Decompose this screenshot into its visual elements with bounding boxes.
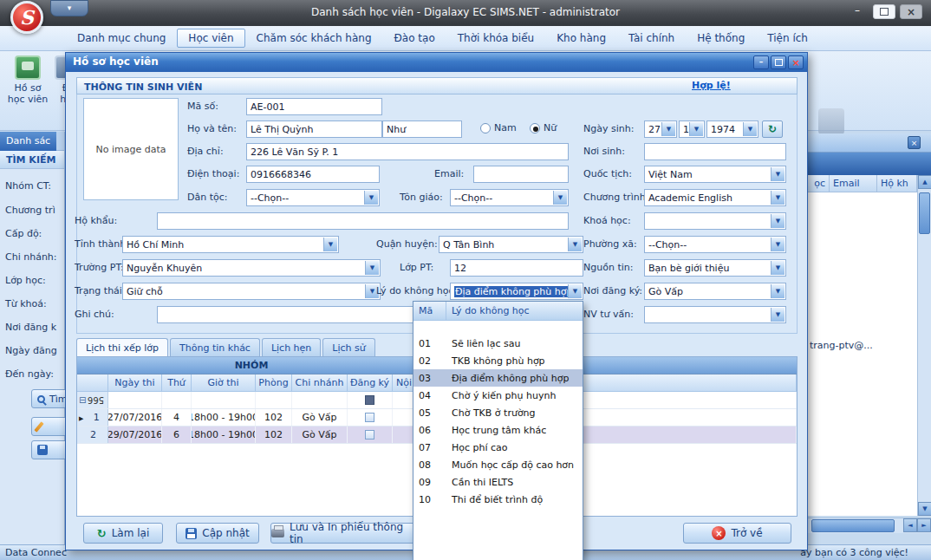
col-header-chi-nhanh[interactable]: Chi nhánh <box>292 374 348 392</box>
radio-nu-dot[interactable] <box>530 123 540 133</box>
window-minimize-button[interactable] <box>846 4 869 19</box>
chevron-down-icon[interactable] <box>689 122 703 136</box>
window-close-button[interactable] <box>900 4 922 19</box>
field-ten[interactable]: Như <box>382 120 462 138</box>
chevron-down-icon[interactable] <box>661 122 675 136</box>
menu-he-thong[interactable]: Hệ thống <box>686 29 756 48</box>
update-button[interactable]: Cập nhật <box>176 523 259 544</box>
radio-nam-dot[interactable] <box>480 123 491 133</box>
field-nguon-tin[interactable]: Bạn bè giới thiệu <box>644 259 786 277</box>
chevron-down-icon[interactable] <box>365 261 379 275</box>
field-dan-toc[interactable]: --Chọn-- <box>246 189 380 206</box>
col-header-ngay-thi[interactable]: Ngày thi <box>108 374 162 392</box>
col-header-email[interactable]: Email <box>830 175 877 192</box>
col-header-phong[interactable]: Phòng <box>256 374 292 392</box>
dropdown-item-02[interactable]: 02TKB không phù hợp <box>413 352 583 369</box>
field-phuong-xa[interactable]: --Chọn-- <box>644 236 786 253</box>
chevron-down-icon[interactable] <box>771 284 785 298</box>
valid-link[interactable]: Hợp lệ! <box>692 80 731 91</box>
field-ma-so[interactable]: AE-001 <box>246 98 382 115</box>
group-checkbox[interactable] <box>365 395 374 405</box>
dropdown-item-10[interactable]: 10Thi để biết trình độ <box>413 491 583 508</box>
menu-kho-hang[interactable]: Kho hàng <box>545 29 617 48</box>
quick-access-dropdown-icon[interactable] <box>50 0 88 16</box>
vertical-scroll-thumb[interactable] <box>919 192 930 234</box>
col-header-ho-khau[interactable]: Hộ kh <box>877 175 917 192</box>
dropdown-item-03-selected[interactable]: 03Địa điểm không phù hợp <box>413 369 583 387</box>
field-birth-month[interactable]: 1 <box>679 120 705 138</box>
field-noi-sinh[interactable] <box>644 143 786 160</box>
field-trang-thai[interactable]: Giữ chỗ <box>122 283 381 300</box>
tab-thong-tin-khac[interactable]: Thông tin khác <box>170 338 260 356</box>
toolbar-student-profile-button[interactable]: Hồ sơ học viên <box>5 55 50 105</box>
collapse-icon[interactable] <box>79 394 86 406</box>
radio-nu[interactable]: Nữ <box>530 122 557 133</box>
col-header-thu[interactable]: Thứ <box>162 374 192 392</box>
dialog-maximize-button[interactable] <box>771 55 786 69</box>
chevron-down-icon[interactable] <box>323 238 337 251</box>
menu-thoi-khoa-bieu[interactable]: Thời khóa biểu <box>446 29 545 48</box>
field-chuong-trinh[interactable]: Academic English <box>644 189 786 206</box>
field-ho-khau[interactable] <box>157 212 569 230</box>
scroll-up-icon[interactable] <box>918 175 931 189</box>
col-header-dang-ky[interactable]: Đăng ký <box>348 374 393 392</box>
scroll-down-icon[interactable] <box>918 502 931 516</box>
window-maximize-button[interactable] <box>873 4 895 19</box>
field-khoa-hoc[interactable] <box>644 212 786 230</box>
menu-dao-tao[interactable]: Đào tạo <box>383 29 446 48</box>
chevron-down-icon[interactable] <box>771 167 785 181</box>
app-logo[interactable]: S <box>10 1 43 34</box>
row-checkbox[interactable] <box>365 430 374 440</box>
dropdown-item-09[interactable]: 09Cần thi IELTS <box>413 473 583 491</box>
dialog-close-button[interactable] <box>788 55 804 69</box>
field-quan-huyen[interactable]: Q Tân Bình <box>439 236 583 253</box>
field-tinh-thanh[interactable]: Hồ Chí Minh <box>122 236 339 253</box>
dropdown-item-04[interactable]: 04Chờ ý kiến phụ huynh <box>413 387 583 404</box>
back-button[interactable]: Trở về <box>683 523 791 544</box>
dialog-minimize-button[interactable] <box>753 55 769 69</box>
menu-danh-muc-chung[interactable]: Danh mục chung <box>66 29 177 48</box>
chevron-down-icon[interactable] <box>771 238 785 251</box>
field-ho-ten[interactable]: Lê Thị Quỳnh <box>246 120 382 138</box>
chevron-down-icon[interactable] <box>771 308 785 322</box>
radio-nam[interactable]: Nam <box>480 122 517 133</box>
chevron-down-icon[interactable] <box>553 191 567 205</box>
field-dia-chi[interactable]: 226 Lê Văn Sỹ P. 1 <box>246 143 569 160</box>
field-quoc-tich[interactable]: Việt Nam <box>644 166 786 183</box>
reset-button[interactable]: Làm lại <box>83 523 163 544</box>
field-email[interactable] <box>473 166 569 183</box>
dropdown-item-01[interactable]: 01Sẽ liên lạc sau <box>413 335 583 352</box>
list-window-close-button[interactable] <box>908 136 921 149</box>
dropdown-item-06[interactable]: 06Học trung tâm khác <box>413 421 583 439</box>
dropdown-item-08[interactable]: 08Muốn học cấp độ cao hơn <box>413 456 583 473</box>
row-checkbox[interactable] <box>365 413 374 422</box>
dialog-titlebar[interactable]: Hồ sơ học viên <box>66 53 807 72</box>
menu-cham-soc-khach-hang[interactable]: Chăm sóc khách hàng <box>245 29 383 48</box>
field-birth-day[interactable]: 27 <box>644 120 677 138</box>
chevron-down-icon[interactable] <box>771 214 785 228</box>
refresh-date-icon[interactable] <box>762 120 783 138</box>
tab-lich-hen[interactable]: Lịch hẹn <box>262 338 321 356</box>
chevron-down-icon[interactable] <box>364 191 378 205</box>
dropdown-item-07[interactable]: 07Học phí cao <box>413 439 583 456</box>
save-print-button[interactable]: Lưu và In phiếu thông tin <box>270 523 416 544</box>
scroll-right-icon[interactable] <box>917 518 931 532</box>
chevron-down-icon[interactable] <box>743 122 757 136</box>
chevron-down-icon[interactable] <box>568 238 582 251</box>
field-ly-do-khong-hoc[interactable]: Địa điểm không phù hợp <box>450 283 583 300</box>
scroll-left-icon[interactable] <box>903 518 917 532</box>
field-nv-tu-van[interactable] <box>644 306 786 323</box>
field-lop-pt[interactable]: 12 <box>450 259 583 277</box>
dropdown-item-05[interactable]: 05Chờ TKB ở trường <box>413 404 583 421</box>
chevron-down-icon[interactable] <box>771 261 785 275</box>
menu-hoc-vien[interactable]: Học viên <box>177 29 244 48</box>
vertical-scrollbar[interactable] <box>917 175 931 516</box>
chevron-down-icon[interactable] <box>568 284 582 298</box>
field-noi-dang-ky[interactable]: Gò Vấp <box>644 283 786 300</box>
tab-danh-sach-hoc-vien[interactable]: Danh sác <box>0 132 56 151</box>
col-header-gio-thi[interactable]: Giờ thi <box>192 374 256 392</box>
field-truong-pt[interactable]: Nguyễn Khuyên <box>122 259 381 277</box>
tab-lich-su[interactable]: Lịch sử <box>322 338 374 356</box>
menu-tien-ich[interactable]: Tiện ích <box>756 29 819 48</box>
chevron-down-icon[interactable] <box>771 191 785 205</box>
